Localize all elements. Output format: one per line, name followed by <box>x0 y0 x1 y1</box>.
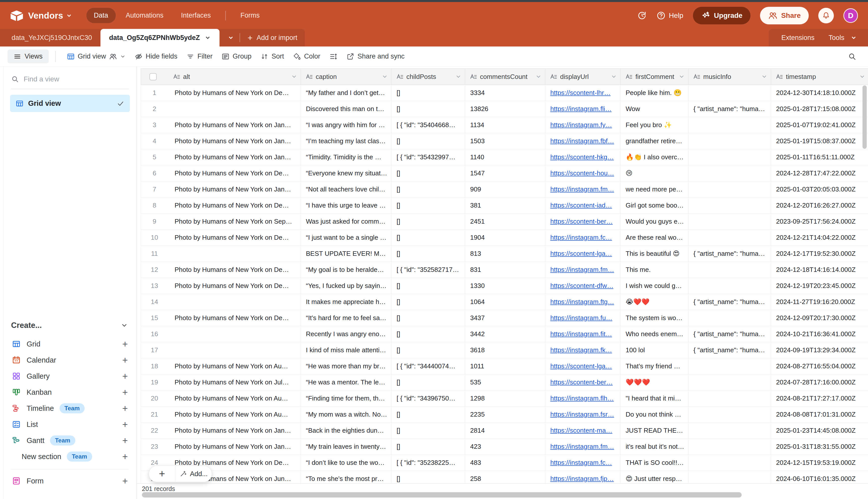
cell-alt[interactable]: 7 Photo by Humans of New York on Jan… <box>141 181 301 197</box>
table-row[interactable]: 2 Discovered this man on t… [] 13826 htt… <box>141 101 868 117</box>
table-row[interactable]: 10 Photo by Humans of New York on De… “I… <box>141 230 868 246</box>
cell-commentscount[interactable]: 1011 <box>465 358 545 374</box>
table-row[interactable]: 9 Photo by Humans of New York on Sep… Wa… <box>141 214 868 230</box>
cell-caption[interactable]: “My father and I don’t get… <box>301 85 392 101</box>
cell-childposts[interactable]: [] <box>392 85 465 101</box>
add-record-button[interactable]: + <box>149 466 175 482</box>
cell-timestamp[interactable]: 2024-06-10T16:01:35.000Z <box>771 471 868 484</box>
nav-tab-interfaces[interactable]: Interfaces <box>174 8 219 23</box>
table-tab-inactive[interactable]: data_YeJXCj519OJntxC30 <box>3 29 100 47</box>
cell-commentscount[interactable]: 2235 <box>465 406 545 422</box>
table-row[interactable]: 3 Photo by Humans of New York on Jan… “I… <box>141 117 868 133</box>
column-header[interactable]: commentsCount <box>465 69 545 85</box>
cell-musicinfo[interactable] <box>689 197 771 213</box>
share-and-sync-button[interactable]: Share and sync <box>342 50 409 63</box>
cell-firstcomment[interactable]: "I heard that it mig… <box>621 390 689 406</box>
cell-commentscount[interactable]: 1330 <box>465 278 545 294</box>
cell-caption[interactable]: I kind of miss male attenti… <box>301 342 392 358</box>
table-row[interactable]: 6 Photo by Humans of New York on De… “Ev… <box>141 165 868 181</box>
table-row[interactable]: 19 Photo by Humans of New York on Jul… “… <box>141 374 868 390</box>
cell-caption[interactable]: “I was angry with him for … <box>301 117 392 133</box>
cell-musicinfo[interactable]: { "artist_name": "huma… <box>689 246 771 261</box>
cell-caption[interactable]: BEST UPDATE EVER! Mos… <box>301 246 392 261</box>
column-header[interactable]: timestamp <box>771 69 868 85</box>
upgrade-button[interactable]: Upgrade <box>693 7 751 24</box>
table-row[interactable]: 15 Photo by Humans of New York on De… “I… <box>141 310 868 326</box>
url-link[interactable]: https://scontent-ber… <box>550 218 613 226</box>
cell-childposts[interactable]: [] <box>392 101 465 117</box>
url-link[interactable]: https://instagram.fbf… <box>550 137 614 145</box>
url-link[interactable]: https://instagram.fc… <box>550 234 612 242</box>
cell-childposts[interactable]: [] <box>392 246 465 261</box>
cell-commentscount[interactable]: 909 <box>465 181 545 197</box>
cell-firstcomment[interactable]: Do you not think p… <box>621 406 689 422</box>
cell-timestamp[interactable]: 2024-12-21T14:04:22.000Z <box>771 230 868 245</box>
cell-musicinfo[interactable] <box>689 262 771 278</box>
url-link[interactable]: https://scontent-ma… <box>550 427 612 435</box>
cell-firstcomment[interactable]: The system is wor… <box>621 310 689 326</box>
cell-caption[interactable]: Was just asked for comm… <box>301 214 392 229</box>
table-row[interactable]: 11 BEST UPDATE EVER! Mos… [] 813 https:/… <box>141 246 868 262</box>
add-view-plus-icon[interactable]: + <box>122 355 128 366</box>
cell-caption[interactable]: “My train leaves in twenty… <box>301 439 392 454</box>
cell-childposts[interactable]: [] <box>392 294 465 310</box>
chevron-down-icon[interactable] <box>611 74 617 80</box>
cell-caption[interactable]: “Back in the eighties dun… <box>301 423 392 438</box>
nav-tab-data[interactable]: Data <box>86 8 116 23</box>
table-row[interactable]: 25 Photo by Humans of New York on Jun… “… <box>141 471 868 484</box>
url-link[interactable]: https://scontent-iad… <box>550 202 612 209</box>
table-row[interactable]: 22 Photo by Humans of New York on Jan… “… <box>141 423 868 439</box>
cell-musicinfo[interactable] <box>689 374 771 390</box>
url-link[interactable]: https://instagram.fk… <box>550 346 612 354</box>
column-header[interactable]: displayUrl <box>545 69 621 85</box>
url-link[interactable]: https://scontent-lga… <box>550 362 612 370</box>
cell-alt[interactable]: 23 Photo by Humans of New York on Jan… <box>141 439 301 454</box>
cell-musicinfo[interactable] <box>689 117 771 133</box>
url-link[interactable]: https://scontent-hou… <box>550 169 614 177</box>
color-button[interactable]: Color <box>288 50 325 63</box>
cell-displayurl[interactable]: https://instagram.ftg… <box>545 294 621 310</box>
cell-alt[interactable]: 18 Photo by Humans of New York on Au… <box>141 358 301 374</box>
create-view-item[interactable]: Gallery + <box>10 368 130 384</box>
cell-caption[interactable]: “My goal is to be heralde… <box>301 262 392 278</box>
cell-firstcomment[interactable]: This is beautiful 😍 <box>621 246 689 261</box>
cell-firstcomment[interactable]: People like him. 😬 <box>621 85 689 101</box>
cell-displayurl[interactable]: https://instagram.fc… <box>545 230 621 245</box>
airtable-logo-icon[interactable] <box>10 10 23 21</box>
cell-commentscount[interactable]: 423 <box>465 439 545 454</box>
cell-displayurl[interactable]: https://scontent-lga… <box>545 246 621 261</box>
create-view-item[interactable]: List + <box>10 416 130 433</box>
cell-displayurl[interactable]: https://scontent-lga… <box>545 358 621 374</box>
cell-timestamp[interactable]: 2024-07-28T17:16:00.000Z <box>771 374 868 390</box>
cell-childposts[interactable]: [] <box>392 406 465 422</box>
hide-fields-button[interactable]: Hide fields <box>130 50 182 63</box>
cell-timestamp[interactable]: 2024-12-20T16:26:27.000Z <box>771 197 868 213</box>
cell-musicinfo[interactable] <box>689 165 771 181</box>
add-view-plus-icon[interactable]: + <box>122 451 128 462</box>
cell-timestamp[interactable]: 2024-11-27T19:16:20.000Z <box>771 294 868 310</box>
cell-commentscount[interactable]: 1064 <box>465 294 545 310</box>
cell-alt[interactable]: 4 Photo by Humans of New York on Jan… <box>141 133 301 149</box>
cell-caption[interactable]: “He was more than my br… <box>301 358 392 374</box>
cell-displayurl[interactable]: https://instagram.fsr… <box>545 406 621 422</box>
cell-musicinfo[interactable] <box>689 439 771 454</box>
cell-timestamp[interactable]: 2024-12-18T14:16:14.000Z <box>771 262 868 278</box>
workspace-name[interactable]: Vendors <box>28 11 63 21</box>
cell-timestamp[interactable]: 2024-12-17T19:52:30.000Z <box>771 246 868 261</box>
cell-commentscount[interactable]: 258 <box>465 471 545 484</box>
url-link[interactable]: https://scontent-dfw… <box>550 282 613 290</box>
history-icon[interactable] <box>637 11 647 20</box>
table-row[interactable]: 13 Photo by Humans of New York on De… “Y… <box>141 278 868 294</box>
chevron-down-icon[interactable] <box>859 74 865 80</box>
avatar[interactable]: D <box>843 8 858 23</box>
cell-timestamp[interactable]: 2024-08-08T17:01:31.000Z <box>771 406 868 422</box>
chevron-down-icon[interactable] <box>535 74 542 80</box>
create-view-item[interactable]: Calendar + <box>10 352 130 368</box>
cell-musicinfo[interactable]: { "artist_name": "huma… <box>689 342 771 358</box>
cell-timestamp[interactable]: 2024-09-19T13:29:34.000Z <box>771 342 868 358</box>
cell-commentscount[interactable]: 1298 <box>465 390 545 406</box>
create-view-item[interactable]: New section Team + <box>10 449 130 465</box>
cell-caption[interactable]: It makes me appreciate h… <box>301 294 392 310</box>
cell-commentscount[interactable]: 483 <box>465 455 545 471</box>
cell-firstcomment[interactable]: grandfather retire… <box>621 133 689 149</box>
